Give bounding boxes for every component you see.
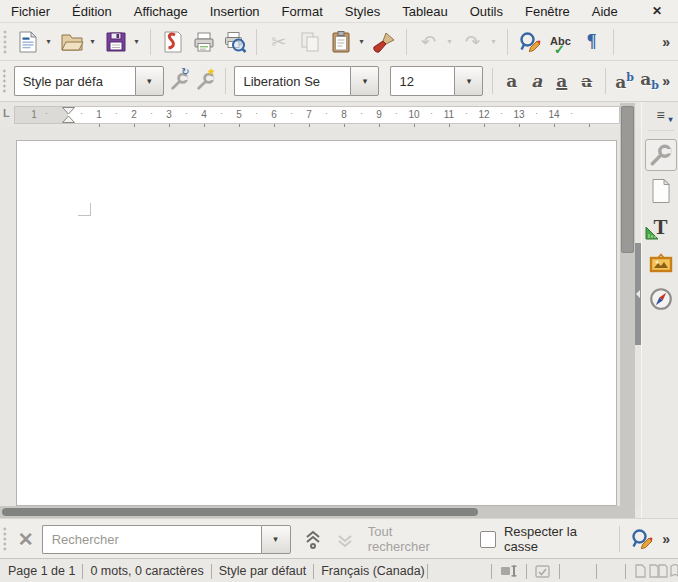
status-selection-mode[interactable] — [534, 565, 552, 578]
tab-stop-selector[interactable]: L — [3, 107, 10, 119]
horizontal-scrollbar[interactable] — [0, 506, 635, 518]
close-find-bar-button[interactable]: ✕ — [18, 528, 34, 551]
menu-item-aide[interactable]: Aide — [581, 2, 629, 21]
horizontal-scrollbar-thumb[interactable] — [2, 508, 478, 516]
menu-item-affichage[interactable]: Affichage — [123, 2, 199, 21]
menu-item-fichier[interactable]: Fichier — [0, 2, 61, 21]
paragraph-style-dropdown[interactable]: ▾ — [135, 66, 164, 96]
status-language[interactable]: Français (Canada) — [321, 564, 425, 578]
indent-marker[interactable] — [62, 107, 75, 123]
find-next-button[interactable] — [331, 525, 360, 553]
font-size-value[interactable]: 12 — [390, 66, 454, 96]
save-button[interactable] — [102, 28, 129, 56]
match-case-checkbox[interactable] — [480, 531, 496, 548]
font-size-dropdown[interactable]: ▾ — [454, 66, 483, 96]
sidebar-tab-styles[interactable]: T — [645, 211, 677, 243]
open-button[interactable] — [58, 28, 85, 56]
find-toolbar-overflow-button[interactable]: » — [662, 531, 670, 547]
cut-button[interactable]: ✂ — [265, 28, 292, 56]
match-case-option[interactable]: Respecter la casse — [480, 524, 609, 554]
redo-button[interactable]: ↷ — [459, 28, 486, 56]
menu-item-fenetre[interactable]: Fenêtre — [514, 2, 581, 21]
sidebar-tab-gallery[interactable] — [645, 247, 677, 279]
view-book-button[interactable] — [670, 564, 678, 578]
paragraph-style-value[interactable]: Style par défa — [14, 66, 135, 96]
menu-item-edition[interactable]: Édition — [61, 2, 123, 21]
open-dropdown[interactable]: ▾ — [87, 37, 98, 46]
menu-item-insertion[interactable]: Insertion — [199, 2, 271, 21]
toolbar-grip[interactable] — [2, 68, 7, 94]
new-document-dropdown[interactable]: ▾ — [43, 37, 54, 46]
menu-item-format[interactable]: Format — [271, 2, 334, 21]
find-previous-button[interactable] — [299, 525, 328, 553]
font-name-value[interactable]: Liberation Se — [234, 66, 350, 96]
status-separator — [526, 564, 527, 579]
menu-items: FichierÉditionAffichageInsertionFormatSt… — [0, 2, 629, 21]
vertical-scrollbar-thumb[interactable] — [621, 106, 634, 253]
toolbar-overflow-button[interactable]: » — [662, 73, 670, 89]
save-dropdown[interactable]: ▾ — [131, 37, 142, 46]
status-insert-mode[interactable] — [499, 565, 519, 577]
paste-button[interactable] — [327, 28, 354, 56]
spelling-button[interactable]: Abc✓ — [547, 28, 574, 56]
close-document-button[interactable]: ✕ — [652, 4, 662, 18]
export-pdf-icon — [161, 30, 185, 54]
superscript-button[interactable]: ab — [614, 67, 635, 95]
menu-item-styles[interactable]: Styles — [334, 2, 391, 21]
ruler-number: 12 — [474, 109, 494, 120]
new-document-button[interactable] — [14, 28, 41, 56]
strikethrough-button[interactable]: a — [576, 67, 597, 95]
italic-button[interactable]: a — [526, 67, 547, 95]
toolbar-grip[interactable] — [2, 29, 8, 55]
paste-dropdown[interactable]: ▾ — [356, 37, 367, 46]
sidebar-tab-page[interactable] — [645, 175, 677, 207]
gallery-icon — [648, 251, 674, 275]
formatting-marks-button[interactable]: ¶ — [578, 28, 605, 56]
sidebar-tab-properties[interactable] — [645, 139, 677, 171]
underline-button[interactable]: a — [551, 67, 572, 95]
find-and-replace-icon — [630, 527, 654, 551]
update-style-button[interactable]: ↻ — [169, 67, 191, 95]
status-word-count[interactable]: 0 mots, 0 caractères — [90, 564, 203, 578]
styles-triangle — [645, 226, 659, 240]
toolbar-grip[interactable] — [2, 526, 8, 552]
subscript-button[interactable]: ab — [639, 67, 660, 95]
selection-mode-icon — [535, 565, 550, 578]
menu-item-tableau[interactable]: Tableau — [391, 2, 459, 21]
export-pdf-button[interactable] — [159, 28, 186, 56]
status-page-info[interactable]: Page 1 de 1 — [8, 564, 75, 578]
vertical-scrollbar[interactable] — [620, 103, 635, 506]
print-button[interactable] — [190, 28, 217, 56]
undo-button[interactable]: ↶ — [415, 28, 442, 56]
sidebar-divider — [648, 130, 674, 131]
redo-dropdown[interactable]: ▾ — [488, 37, 499, 46]
clone-formatting-button[interactable] — [371, 28, 398, 56]
undo-dropdown[interactable]: ▾ — [444, 37, 455, 46]
new-style-star: ★ — [207, 67, 216, 77]
find-and-replace-button[interactable] — [628, 525, 657, 553]
font-name-dropdown[interactable]: ▾ — [350, 66, 379, 96]
document-page[interactable] — [16, 140, 617, 506]
view-multi-page-button[interactable] — [648, 564, 670, 578]
ruler[interactable]: 11234567891011121314················ — [14, 106, 620, 124]
print-preview-button[interactable] — [221, 28, 248, 56]
sidebar-settings-icon: ≡ — [656, 107, 664, 123]
search-history-dropdown[interactable]: ▾ — [261, 525, 291, 554]
find-and-replace-button[interactable] — [516, 28, 543, 56]
view-single-page-button[interactable] — [633, 564, 648, 578]
toolbar-overflow-button[interactable]: » — [662, 34, 670, 50]
sidebar-settings-button[interactable]: ≡▾ — [656, 108, 664, 122]
ruler-tick: · — [218, 108, 226, 118]
ruler-number: 1 — [89, 109, 109, 120]
find-all-button[interactable]: Tout rechercher — [368, 524, 454, 554]
menu-item-outils[interactable]: Outils — [459, 2, 514, 21]
bold-button[interactable]: a — [501, 67, 522, 95]
ruler-tick: · — [148, 108, 156, 118]
search-input[interactable] — [42, 525, 261, 554]
new-style-button[interactable]: ★ — [195, 67, 217, 95]
sidebar-tab-navigator[interactable] — [645, 283, 677, 315]
status-page-style[interactable]: Style par défaut — [219, 564, 307, 578]
ruler-number: 11 — [439, 109, 459, 120]
copy-button[interactable] — [296, 28, 323, 56]
font-name-combo: Liberation Se ▾ — [234, 66, 379, 96]
